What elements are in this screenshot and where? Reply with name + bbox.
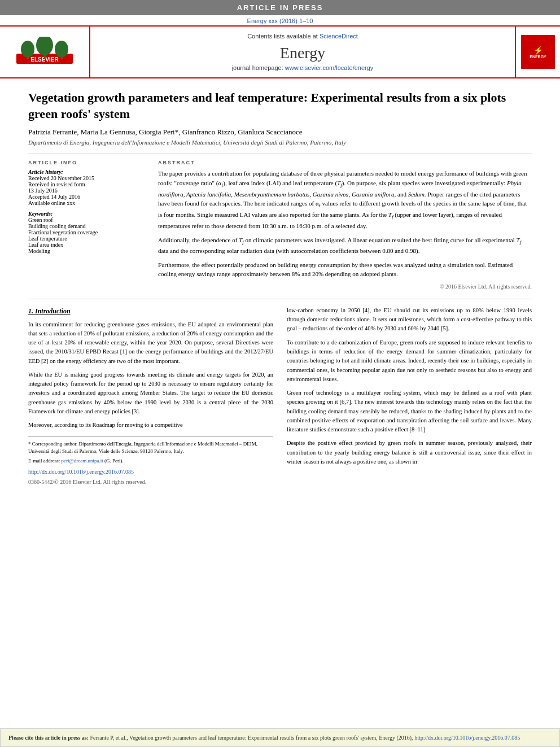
- article-info-abstract-section: ARTICLE INFO Article history: Received 2…: [28, 154, 532, 290]
- affiliation: Dipartimento di Energia, Ingegneria dell…: [28, 139, 532, 146]
- abstract-col: ABSTRACT The paper provides a contributi…: [158, 160, 532, 290]
- keyword-5: Leaf area index: [28, 242, 147, 248]
- body-para-1: In its commitment for reducing greenhous…: [28, 320, 273, 366]
- keyword-6: Modeling: [28, 248, 147, 254]
- keywords-block: Keywords: Green roof Building cooling de…: [28, 211, 147, 254]
- abstract-para-3: Furthermore, the effect potentially prod…: [158, 260, 532, 279]
- svg-rect-7: [61, 55, 63, 59]
- received-date: Received 20 November 2015: [28, 175, 147, 181]
- abstract-para-1: The paper provides a contribution for po…: [158, 169, 532, 230]
- body-left-col: 1. Introduction In its commitment for re…: [28, 306, 273, 486]
- authors: Patrizia Ferrante, Maria La Gennusa, Gio…: [28, 128, 532, 137]
- email-link[interactable]: peri@dream.unipa.it: [61, 458, 103, 464]
- history-label: Article history:: [28, 169, 147, 175]
- body-para-r1: low-carbon economy in 2050 [4], the EU s…: [287, 306, 532, 334]
- journal-center: Contents lists available at ScienceDirec…: [90, 27, 515, 77]
- energy-logo-box: ⚡ ENERGY: [521, 35, 555, 69]
- journal-header: ELSEVIER Contents lists available at Sci…: [0, 25, 560, 78]
- keyword-2: Building cooling demand: [28, 223, 147, 229]
- article-in-press-banner: ARTICLE IN PRESS: [0, 0, 560, 15]
- section-divider-1: [28, 299, 532, 299]
- keyword-4: Leaf temperature: [28, 235, 147, 242]
- svg-rect-6: [44, 55, 46, 59]
- banner-text: ARTICLE IN PRESS: [237, 3, 323, 12]
- section-1-heading: 1. Introduction: [28, 306, 273, 317]
- issn-line: 0360-5442/© 2016 Elsevier Ltd. All right…: [28, 478, 273, 487]
- body-para-r2: To contribute to a de-carbonization of E…: [287, 338, 532, 384]
- doi-line[interactable]: http://dx.doi.org/10.1016/j.energy.2016.…: [28, 468, 273, 477]
- svg-rect-5: [27, 55, 29, 59]
- body-para-2: While the EU is making good progress tow…: [28, 370, 273, 416]
- journal-ref: Energy xxx (2016) 1–10: [0, 15, 560, 25]
- elsevier-tree-logo: ELSEVIER: [14, 37, 76, 68]
- citation-bar: Please cite this article in press as: Fe…: [0, 728, 560, 747]
- body-para-3: Moreover, according to its Roadmap for m…: [28, 421, 273, 430]
- energy-logo-right: ⚡ ENERGY: [515, 27, 560, 77]
- footnote-star-note: * Corresponding author. Dipartimento del…: [28, 440, 273, 455]
- keywords-label: Keywords:: [28, 211, 147, 217]
- journal-title: Energy: [280, 44, 325, 62]
- keyword-3: Fractional vegetation coverage: [28, 229, 147, 235]
- available-online: Available online xxx: [28, 200, 147, 206]
- main-content: Vegetation growth parameters and leaf te…: [0, 78, 560, 724]
- article-history-block: Article history: Received 20 November 20…: [28, 169, 147, 206]
- article-info-col: ARTICLE INFO Article history: Received 2…: [28, 160, 147, 290]
- elsevier-logo-section: ELSEVIER: [0, 27, 90, 77]
- homepage-line: journal homepage: www.elsevier.com/locat…: [232, 64, 374, 71]
- body-right-col: low-carbon economy in 2050 [4], the EU s…: [287, 306, 532, 486]
- accepted-date: Accepted 14 July 2016: [28, 194, 147, 200]
- citation-text: Please cite this article in press as: Fe…: [8, 735, 520, 741]
- footnote-area: * Corresponding author. Dipartimento del…: [28, 436, 273, 464]
- footnote-email: E-mail address: peri@dream.unipa.it (G. …: [28, 457, 273, 465]
- revised-date: 13 July 2016: [28, 187, 147, 194]
- revised-label: Received in revised form: [28, 181, 147, 187]
- abstract-label: ABSTRACT: [158, 160, 532, 165]
- abstract-para-2: Additionally, the dependence of Tf on cl…: [158, 235, 532, 256]
- sciencedirect-link[interactable]: ScienceDirect: [320, 33, 358, 40]
- article-title: Vegetation growth parameters and leaf te…: [28, 90, 532, 122]
- journal-ref-text: Energy xxx (2016) 1–10: [247, 18, 313, 24]
- page: ARTICLE IN PRESS Energy xxx (2016) 1–10 …: [0, 0, 560, 747]
- contents-label: Contents lists available at ScienceDirec…: [247, 33, 358, 40]
- body-para-r3: Green roof technology is a multilayer ro…: [287, 388, 532, 434]
- keywords-list: Green roof Building cooling demand Fract…: [28, 217, 147, 254]
- citation-doi-link[interactable]: http://dx.doi.org/10.1016/j.energy.2016.…: [414, 735, 520, 741]
- copyright-line: © 2016 Elsevier Ltd. All rights reserved…: [158, 283, 532, 290]
- svg-point-3: [36, 37, 53, 55]
- body-content: 1. Introduction In its commitment for re…: [28, 306, 532, 486]
- homepage-link[interactable]: www.elsevier.com/locate/energy: [285, 64, 374, 71]
- article-info-label: ARTICLE INFO: [28, 160, 147, 165]
- keyword-1: Green roof: [28, 217, 147, 223]
- body-para-r4: Despite the positive effect provided by …: [287, 439, 532, 466]
